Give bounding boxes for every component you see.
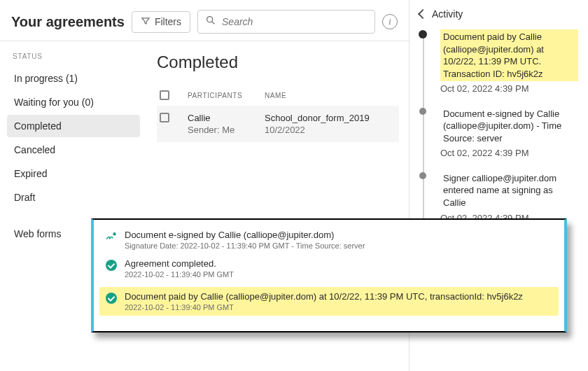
row-sender: Sender: Me <box>188 125 265 135</box>
chevron-left-icon[interactable] <box>418 9 428 19</box>
check-icon <box>105 292 118 304</box>
audit-overlay: Document e-signed by Callie (calliope@ju… <box>91 218 567 332</box>
svg-point-0 <box>207 17 213 22</box>
svg-line-1 <box>212 22 214 24</box>
activity-item: Document e-signed by Callie (calliope@ju… <box>432 106 578 171</box>
audit-sub: Signature Date: 2022-10-02 - 11:39:40 PM… <box>125 241 365 250</box>
row-name: School_donor_form_2019 <box>265 113 396 123</box>
audit-item: Document e-signed by Callie (calliope@ju… <box>105 230 553 250</box>
audit-sub: 2022-10-02 - 11:39:40 PM GMT <box>125 303 523 312</box>
timeline-dot-icon <box>419 172 426 179</box>
activity-item: Document paid by Callie (calliope@jupite… <box>432 29 578 106</box>
sidebar-item-draft[interactable]: Draft <box>7 186 140 209</box>
search-icon <box>205 15 216 29</box>
info-icon[interactable]: i <box>382 14 398 29</box>
check-icon <box>105 259 118 272</box>
sidebar-item-in-progress[interactable]: In progress (1) <box>7 67 140 90</box>
row-participant: Callie <box>188 113 265 123</box>
activity-text: Document e-signed by Callie (calliope@ju… <box>440 106 578 146</box>
sidebar-item-expired[interactable]: Expired <box>7 162 140 185</box>
select-all-checkbox[interactable] <box>160 90 169 100</box>
audit-text: Document e-signed by Callie (calliope@ju… <box>125 230 365 240</box>
activity-date: Oct 02, 2022 4:39 PM <box>440 83 578 95</box>
svg-point-2 <box>113 233 115 235</box>
page-title: Your agreements <box>11 14 125 30</box>
content-heading: Completed <box>157 52 399 72</box>
sidebar-item-canceled[interactable]: Canceled <box>7 139 140 161</box>
filters-button[interactable]: Filters <box>132 11 190 33</box>
table-header: PARTICIPANTS NAME <box>157 85 399 106</box>
filter-icon <box>141 16 150 28</box>
search-field[interactable] <box>197 10 375 34</box>
audit-text: Agreement completed. <box>125 258 234 269</box>
activity-date: Oct 02, 2022 4:39 PM <box>440 147 578 160</box>
sidebar-item-completed[interactable]: Completed <box>7 115 140 137</box>
table-row[interactable]: Callie Sender: Me School_donor_form_2019… <box>157 106 399 142</box>
search-input[interactable] <box>222 16 368 27</box>
col-name[interactable]: NAME <box>265 92 396 99</box>
activity-text: Document paid by Callie (calliope@jupite… <box>440 29 578 81</box>
col-participants[interactable]: PARTICIPANTS <box>188 92 265 99</box>
timeline-dot-icon <box>419 108 426 115</box>
row-date: 10/2/2022 <box>265 125 396 135</box>
audit-sub: 2022-10-02 - 11:39:40 PM GMT <box>125 270 234 279</box>
activity-text: Signer calliope@jupiter.dom entered name… <box>440 171 578 211</box>
sidebar-heading: STATUS <box>13 52 134 60</box>
timeline-dot-icon <box>419 30 427 38</box>
audit-item: Agreement completed. 2022-10-02 - 11:39:… <box>105 258 553 279</box>
topbar: Your agreements Filters i <box>0 0 409 41</box>
audit-text: Document paid by Callie (calliope@jupite… <box>125 291 523 302</box>
row-checkbox[interactable] <box>160 113 169 122</box>
filters-label: Filters <box>155 16 181 27</box>
audit-item-highlighted: Document paid by Callie (calliope@jupite… <box>99 287 559 316</box>
signature-icon <box>105 230 118 243</box>
activity-title: Activity <box>432 8 463 20</box>
sidebar-item-waiting[interactable]: Waiting for you (0) <box>7 91 140 113</box>
